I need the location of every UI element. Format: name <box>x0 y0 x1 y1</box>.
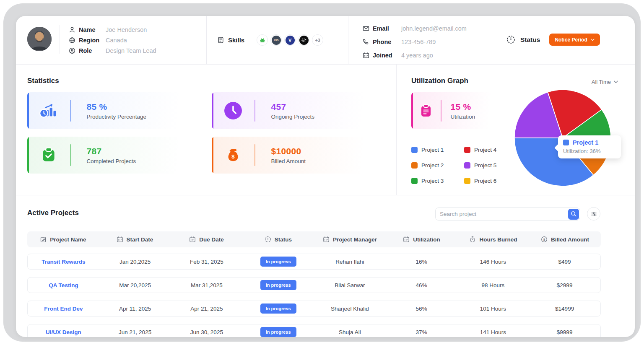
clipboard-icon <box>419 104 433 118</box>
skills-more-badge[interactable]: +3 <box>312 34 323 46</box>
stopwatch-icon <box>469 236 476 243</box>
tooltip-swatch <box>563 140 569 145</box>
svg-text:$: $ <box>231 153 235 160</box>
manager-cell: Shuja Ali <box>314 329 386 335</box>
hours-cell: 141 Hours <box>457 329 529 335</box>
stat-label: Ongoing Projects <box>271 114 315 120</box>
contact-fields: Email john.legend@email.com Phone 123-45… <box>363 22 467 62</box>
project-name-link[interactable]: QA Testing <box>28 282 99 288</box>
status-dropdown-button[interactable]: Notice Period <box>549 34 600 46</box>
stat-value: 787 <box>87 146 136 156</box>
clipboard-edit-icon <box>40 236 47 243</box>
start-date-cell: Apr 11, 2025 <box>99 306 171 312</box>
legend-item[interactable]: Project 6 <box>464 178 504 184</box>
name-value: Joe Henderson <box>106 26 147 33</box>
legend-swatch <box>464 178 470 184</box>
utilization-cell: 37% <box>386 329 457 335</box>
legend-item[interactable]: Project 5 <box>464 162 504 169</box>
divider <box>16 64 635 65</box>
table-row: Transit Rewards Jan 20,2025 Feb 31, 2025… <box>27 254 601 270</box>
device-frame: Name Joe Henderson Region Canada Role De… <box>3 3 641 342</box>
legend-swatch <box>411 147 418 153</box>
legend-item[interactable]: Project 3 <box>411 178 452 184</box>
avatar-photo <box>27 27 52 51</box>
active-projects-title: Active Projects <box>27 209 79 217</box>
status-section: Status Notice Period <box>506 34 600 46</box>
table-row: Front End Dev Apr 11, 2025 Apr 21, 2025 … <box>27 301 601 316</box>
stat-value: 457 <box>271 102 315 112</box>
time-range-dropdown[interactable]: All Time <box>592 79 618 85</box>
legend-swatch <box>464 162 470 169</box>
phone-value: 123-456-789 <box>401 39 436 45</box>
billed-cell: $499 <box>529 259 600 265</box>
col-hours-burned: Hours Burned <box>457 236 529 243</box>
legend-label: Project 1 <box>421 147 444 153</box>
col-project-name: Project Name <box>27 236 99 243</box>
clock-icon <box>224 101 242 120</box>
status-badge: In progress <box>260 257 296 267</box>
project-name-link[interactable]: UI/UX Design <box>28 329 99 335</box>
legend-label: Project 3 <box>421 178 444 184</box>
status-badge: In progress <box>260 280 296 290</box>
pie-legend: Project 1 Project 2 Project 3 Project 4 … <box>411 147 504 184</box>
utilization-cell: 56% <box>386 306 457 312</box>
role-value: Design Team Lead <box>106 47 156 54</box>
manager-cell: Rehan Ilahi <box>314 259 386 265</box>
legend-label: Project 5 <box>474 162 496 169</box>
legend-swatch <box>464 147 470 153</box>
start-date-cell: Jan 20,2025 <box>99 259 171 265</box>
search-button[interactable] <box>568 209 579 220</box>
utilization-title: Utilization Graph <box>411 77 468 85</box>
clipboard-check-icon <box>40 146 57 164</box>
email-value: john.legend@email.com <box>401 25 467 32</box>
status-badge: In progress <box>260 303 296 314</box>
calendar-icon <box>189 236 196 243</box>
email-label: Email <box>373 25 398 32</box>
status-cell: In progress <box>242 280 314 290</box>
billed-cell: $2999 <box>529 282 600 288</box>
due-date-cell: Feb 31, 2025 <box>171 259 243 265</box>
phone-label: Phone <box>373 39 398 45</box>
bar-chart-clock-icon <box>39 102 58 119</box>
stat-value: $10000 <box>271 146 306 156</box>
status-badge: In progress <box>260 327 296 337</box>
col-utilization: Utilization <box>386 236 457 243</box>
filter-button[interactable] <box>587 207 600 220</box>
project-name-link[interactable]: Transit Rewards <box>28 259 99 265</box>
stat-card-productivity: 85 % Productivity Percentage <box>27 92 200 129</box>
calendar-icon <box>117 236 123 243</box>
legend-item[interactable]: Project 2 <box>411 162 452 169</box>
col-due-date: Due Date <box>171 236 242 243</box>
status-cell: In progress <box>242 327 314 337</box>
stat-label: Completed Projects <box>87 158 136 164</box>
tooltip-value: Utilization: 36% <box>563 148 616 154</box>
blackberry-icon <box>298 34 309 46</box>
role-row: Role Design Team Lead <box>69 45 156 56</box>
status-cell: In progress <box>242 257 314 267</box>
email-row: Email john.legend@email.com <box>363 22 467 35</box>
legend-item[interactable]: Project 4 <box>464 147 504 153</box>
search-input[interactable] <box>436 211 568 217</box>
skill-badges: iOS V +3 <box>257 34 323 46</box>
name-row: Name Joe Henderson <box>69 24 156 35</box>
legend-swatch <box>411 162 418 169</box>
skills-section: Skills iOS V +3 <box>217 34 323 46</box>
search-icon <box>571 211 577 217</box>
col-status: Status <box>242 236 314 243</box>
name-label: Name <box>79 26 102 33</box>
table-header: Project Name Start Date Due Date Status … <box>27 231 601 247</box>
divider <box>16 195 635 195</box>
calendar-icon <box>403 236 410 243</box>
stat-label: Productivity Percentage <box>87 114 147 120</box>
divider <box>396 64 397 195</box>
dashboard-card: Name Joe Henderson Region Canada Role De… <box>16 16 635 337</box>
status-value: Notice Period <box>555 37 587 43</box>
stat-card-utilization: 15 % Utilization <box>411 92 500 129</box>
project-name-link[interactable]: Front End Dev <box>28 306 99 312</box>
utilization-cell: 16% <box>386 259 457 265</box>
calendar-icon <box>363 52 369 59</box>
legend-item[interactable]: Project 1 <box>411 147 452 153</box>
legend-label: Project 6 <box>474 178 496 184</box>
billed-cell: $9999 <box>529 329 600 335</box>
pie-tooltip: Project 1 Utilization: 36% <box>558 135 621 158</box>
